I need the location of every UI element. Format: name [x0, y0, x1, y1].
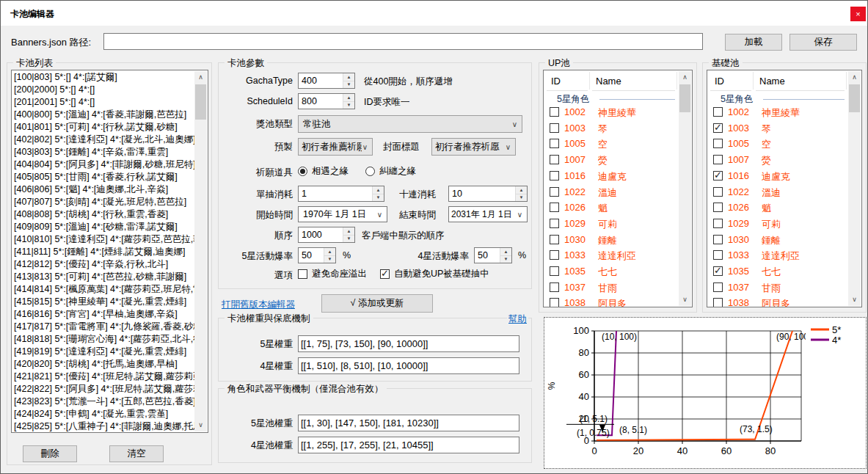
list-item[interactable]: [400|800] 5*:[溫迪] 4*:[香菱,菲謝爾,芭芭拉]	[12, 109, 194, 121]
checkbox-icon[interactable]	[550, 219, 559, 228]
single-cost-stepper[interactable]: ▲▼	[298, 186, 384, 202]
spin-up-icon[interactable]: ▲	[343, 94, 354, 101]
base-pool-row[interactable]: 1033達達利亞	[707, 247, 848, 263]
list-item[interactable]: [422|822] 5*:[阿貝多] 4*:[班尼特,諾艾爾,蘿莎莉亞]	[12, 383, 194, 395]
base-pool-row[interactable]: 1029可莉	[707, 216, 848, 232]
spin-up-icon[interactable]: ▲	[324, 248, 335, 255]
list-item[interactable]: [414|814] 5*:[楓原萬葉] 4*:[蘿莎莉亞,班尼特,雷澤]	[12, 283, 194, 296]
checkbox-icon[interactable]	[550, 235, 559, 244]
preset-select[interactable]: 初行者推薦祈願 ∨	[298, 138, 373, 156]
scroll-up-icon[interactable]: ∧	[848, 71, 861, 84]
up-pool-row[interactable]: 1005空	[544, 136, 679, 152]
list-item[interactable]: [424|824] 5*:[申鶴] 4*:[凝光,重雲,雲堇]	[12, 408, 194, 420]
base-pool-column-name[interactable]: Name	[759, 76, 785, 87]
four-star-pool-weight-input[interactable]	[298, 437, 519, 453]
list-item[interactable]: [401|801] 5*:[可莉] 4*:[行秋,諾艾爾,砂糖]	[12, 121, 194, 134]
base-pool-row[interactable]: 1026魈	[707, 200, 848, 216]
up-pool-column-name[interactable]: Name	[596, 76, 621, 87]
base-pool-row[interactable]: 1035七七	[707, 263, 848, 280]
checkbox-icon[interactable]	[550, 107, 559, 117]
list-item[interactable]: [410|810] 5*:[達達利亞] 4*:[蘿莎莉亞,芭芭拉,菲謝爾]	[12, 233, 194, 246]
spin-up-icon[interactable]: ▲	[515, 186, 527, 194]
base-pool-row[interactable]: 1002神里綾華	[707, 104, 848, 120]
base-pool-row[interactable]: 1037甘雨	[707, 280, 848, 296]
ten-cost-stepper[interactable]: ▲▼	[448, 186, 528, 202]
ten-cost-input[interactable]	[449, 186, 517, 201]
up-pool-row[interactable]: 1029可莉	[544, 216, 679, 232]
checkbox-icon[interactable]	[550, 123, 559, 133]
single-cost-input[interactable]	[299, 186, 374, 201]
checkbox-icon[interactable]	[298, 269, 307, 279]
cover-title-select[interactable]: 初行者推荐祈愿 ∨	[431, 138, 516, 156]
scroll-up-icon[interactable]: ∧	[679, 71, 691, 84]
checkbox-icon[interactable]	[713, 155, 723, 164]
five-star-rate-input[interactable]	[299, 248, 326, 263]
gachatype-input[interactable]	[299, 73, 345, 88]
checkbox-icon[interactable]	[550, 139, 559, 148]
checkbox-icon[interactable]	[713, 298, 723, 307]
up-pool-row[interactable]: 1037甘雨	[544, 280, 679, 296]
spin-up-icon[interactable]: ▲	[343, 73, 354, 81]
old-editor-link[interactable]: 打開舊版本編輯器	[220, 299, 296, 311]
scroll-down-icon[interactable]: ∨	[848, 293, 861, 306]
list-item[interactable]: [411|811] 5*:[鍾離] 4*:[煙緋,諾艾爾,迪奧娜]	[12, 246, 194, 258]
spin-down-icon[interactable]: ▼	[343, 81, 354, 89]
list-item[interactable]: [408|808] 5*:[胡桃] 4*:[行秋,重雲,香菱]	[12, 208, 194, 221]
checkbox-icon[interactable]	[713, 250, 723, 260]
list-item[interactable]: [412|812] 5*:[優菈] 4*:[辛焱,行秋,北斗]	[12, 258, 194, 271]
add-update-button[interactable]: √ 添加或更新	[321, 294, 433, 313]
up-pool-row[interactable]: 1002神里綾華	[544, 104, 679, 120]
order-stepper[interactable]: ▲▼	[298, 227, 355, 243]
base-pool-row[interactable]: 1003琴	[707, 120, 848, 136]
list-item[interactable]: [100|803] 5*:[] 4*:[諾艾爾]	[12, 71, 194, 84]
up-pool-row[interactable]: 1030鍾離	[544, 232, 679, 248]
order-input[interactable]	[299, 227, 345, 242]
list-item[interactable]: [421|821] 5*:[優菈] 4*:[班尼特,諾艾爾,蘿莎莉亞]	[12, 371, 194, 383]
scrollbar-thumb[interactable]	[195, 84, 206, 120]
checkbox-icon[interactable]	[713, 187, 723, 197]
checkbox-checked-icon[interactable]	[380, 269, 390, 279]
spin-down-icon[interactable]: ▼	[372, 194, 384, 202]
list-item[interactable]: [416|816] 5*:[宵宮] 4*:[早柚,迪奧娜,辛焱]	[12, 308, 194, 321]
list-item[interactable]: [405|805] 5*:[甘雨] 4*:[香菱,行秋,諾艾爾]	[12, 171, 194, 183]
base-pool-row[interactable]: 1030鍾離	[707, 232, 848, 248]
checkbox-icon[interactable]	[713, 107, 723, 117]
base-pool-row[interactable]: 1022溫迪	[707, 184, 848, 200]
checkbox-icon[interactable]	[550, 187, 559, 197]
up-pool-row[interactable]: 1022溫迪	[544, 184, 679, 200]
gachatype-stepper[interactable]: ▲▼	[298, 73, 355, 89]
four-star-rate-stepper[interactable]: ▲▼	[474, 247, 512, 263]
five-star-pool-weight-input[interactable]	[298, 415, 519, 431]
scroll-down-icon[interactable]: ∨	[679, 293, 691, 306]
up-pool-scrollbar[interactable]: ∧∨	[679, 71, 691, 306]
list-item[interactable]: [403|803] 5*:[鍾離] 4*:[辛焱,雷澤,重雲]	[12, 146, 194, 158]
base-pool-column-id[interactable]: ID	[715, 76, 724, 87]
delete-button[interactable]: 刪除	[23, 445, 77, 462]
spin-up-icon[interactable]: ▲	[343, 227, 354, 235]
start-time-picker[interactable]: 1970年 1月 1日 ∨	[298, 206, 387, 222]
checkbox-icon[interactable]	[550, 298, 559, 307]
clear-button[interactable]: 清空	[109, 445, 164, 462]
base-pool-row[interactable]: 1016迪盧克	[707, 168, 848, 184]
checkbox-icon[interactable]	[550, 266, 559, 276]
checkbox-icon[interactable]	[713, 139, 723, 148]
checkbox-icon[interactable]	[713, 203, 723, 212]
option-checkbox[interactable]: 避免命座溢出	[298, 268, 367, 280]
base-pool-row[interactable]: 1007熒	[707, 152, 848, 168]
path-input[interactable]	[103, 33, 703, 50]
scheduleid-stepper[interactable]: ▲▼	[298, 93, 355, 109]
list-item[interactable]: [404|804] 5*:[阿貝多] 4*:[菲謝爾,砂糖,班尼特]	[12, 158, 194, 171]
checkbox-icon[interactable]	[550, 155, 559, 164]
up-pool-row[interactable]: 1016迪盧克	[544, 168, 679, 184]
four-star-weight-input[interactable]	[298, 357, 519, 374]
spin-up-icon[interactable]: ▲	[372, 186, 384, 194]
close-button[interactable]: ×	[850, 7, 866, 21]
checkbox-icon[interactable]	[550, 282, 559, 292]
list-item[interactable]: [419|819] 5*:[達達利亞] 4*:[凝光,重雲,煙緋]	[12, 346, 194, 358]
five-star-rate-stepper[interactable]: ▲▼	[298, 247, 336, 263]
checkbox-icon[interactable]	[550, 203, 559, 212]
list-item[interactable]: [418|818] 5*:[珊瑚宮心海] 4*:[蘿莎莉亞,北斗,行秋]	[12, 333, 194, 346]
list-item[interactable]: [402|802] 5*:[達達利亞] 4*:[凝光,北斗,迪奧娜]	[12, 134, 194, 146]
list-item[interactable]: [420|820] 5*:[胡桃] 4*:[托馬,迪奧娜,早柚]	[12, 358, 194, 371]
list-item[interactable]: [417|817] 5*:[雷電將軍] 4*:[九條裟羅,香菱,砂糖]	[12, 321, 194, 333]
